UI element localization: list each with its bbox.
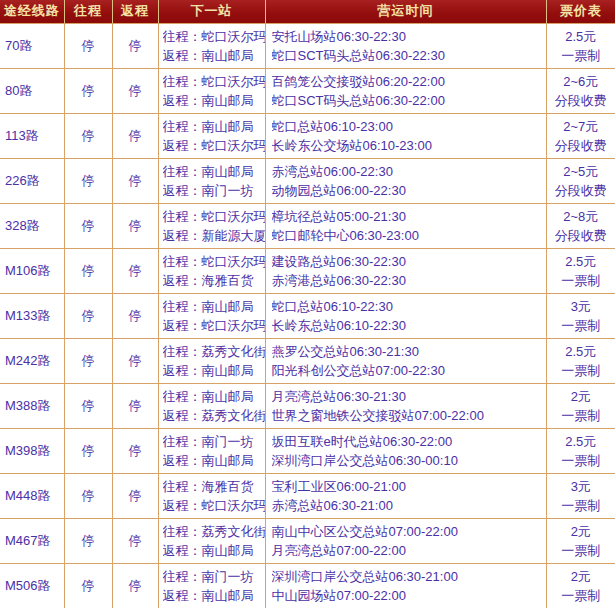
- table-row: M133路 停 停 往程：南山邮局 返程：蛇口沃尔玛 蛇口总站06:10-22:…: [0, 293, 615, 338]
- next-stop-outbound: 往程：南山邮局: [163, 297, 265, 316]
- fare-cell: 2元 一票制: [546, 518, 615, 563]
- operation-time-line2: 深圳湾口岸公交总站06:30-00:10: [272, 451, 546, 470]
- operation-time-cell: 月亮湾总站06:30-21:30 世界之窗地铁公交接驳站07:00-22:00: [265, 383, 546, 428]
- fare-amount: 3元: [547, 297, 615, 316]
- operation-time-cell: 南山中心区公交总站07:00-22:00 月亮湾总站07:00-22:00: [265, 518, 546, 563]
- table-row: M242路 停 停 往程：荔秀文化街 返程：南山邮局 燕罗公交总站06:30-2…: [0, 338, 615, 383]
- return-status-cell: 停: [112, 338, 158, 383]
- return-status-cell: 停: [112, 518, 158, 563]
- outbound-status-cell: 停: [64, 158, 112, 203]
- table-row: M506路 停 停 往程：南门一坊 返程：南山邮局 深圳湾口岸公交总站06:30…: [0, 563, 615, 608]
- operation-time-line1: 深圳湾口岸公交总站06:30-21:00: [272, 567, 546, 586]
- next-stop-cell: 往程：蛇口沃尔玛 返程：新能源大厦: [158, 203, 265, 248]
- route-cell: 70路: [0, 23, 64, 68]
- next-stop-return: 返程：海雅百货: [163, 271, 265, 290]
- operation-time-cell: 蛇口总站06:10-22:30 长岭东总站06:10-22:30: [265, 293, 546, 338]
- next-stop-outbound: 往程：南门一坊: [163, 432, 265, 451]
- return-status-cell: 停: [112, 293, 158, 338]
- operation-time-line2: 长岭东总站06:10-22:30: [272, 316, 546, 335]
- fare-amount: 2.5元: [547, 27, 615, 46]
- fare-amount: 3元: [547, 477, 615, 496]
- route-cell: M388路: [0, 383, 64, 428]
- fare-amount: 2.5元: [547, 342, 615, 361]
- fare-cell: 2~8元 分段收费: [546, 203, 615, 248]
- next-stop-cell: 往程：荔秀文化街 返程：南山邮局: [158, 518, 265, 563]
- table-row: M448路 停 停 往程：海雅百货 返程：蛇口沃尔玛 宝利工业区06:00-21…: [0, 473, 615, 518]
- fare-type: 分段收费: [547, 91, 615, 110]
- next-stop-cell: 往程：蛇口沃尔玛 返程：南山邮局: [158, 68, 265, 113]
- next-stop-cell: 往程：南山邮局 返程：荔秀文化街: [158, 383, 265, 428]
- operation-time-line2: 蛇口SCT码头总站06:30-22:30: [272, 46, 546, 65]
- fare-type: 一票制: [547, 496, 615, 515]
- operation-time-line2: 赤湾港总站06:30-22:30: [272, 271, 546, 290]
- operation-time-line1: 宝利工业区06:00-21:00: [272, 477, 546, 496]
- return-status-cell: 停: [112, 203, 158, 248]
- fare-cell: 2~7元 分段收费: [546, 113, 615, 158]
- next-stop-return: 返程：荔秀文化街: [163, 406, 265, 425]
- fare-cell: 2.5元 一票制: [546, 248, 615, 293]
- column-header-route: 途经线路: [0, 0, 64, 23]
- table-row: 226路 停 停 往程：南山邮局 返程：南门一坊 赤湾总站06:00-22:30…: [0, 158, 615, 203]
- fare-type: 一票制: [547, 316, 615, 335]
- operation-time-cell: 樟坑径总站05:00-21:30 蛇口邮轮中心06:30-23:00: [265, 203, 546, 248]
- outbound-status-cell: 停: [64, 293, 112, 338]
- route-cell: M106路: [0, 248, 64, 293]
- table-row: M398路 停 停 往程：南门一坊 返程：南山邮局 坂田互联e时代总站06:30…: [0, 428, 615, 473]
- next-stop-outbound: 往程：蛇口沃尔玛: [163, 72, 265, 91]
- fare-type: 分段收费: [547, 136, 615, 155]
- next-stop-return: 返程：南山邮局: [163, 361, 265, 380]
- operation-time-cell: 百鸽笼公交接驳站06:20-22:00 蛇口SCT码头总站06:30-22:00: [265, 68, 546, 113]
- table-row: 328路 停 停 往程：蛇口沃尔玛 返程：新能源大厦 樟坑径总站05:00-21…: [0, 203, 615, 248]
- return-status-cell: 停: [112, 383, 158, 428]
- operation-time-cell: 蛇口总站06:10-23:00 长岭东公交场站06:10-23:00: [265, 113, 546, 158]
- operation-time-line1: 赤湾总站06:00-22:30: [272, 162, 546, 181]
- next-stop-cell: 往程：海雅百货 返程：蛇口沃尔玛: [158, 473, 265, 518]
- column-header-outbound: 往程: [64, 0, 112, 23]
- next-stop-cell: 往程：荔秀文化街 返程：南山邮局: [158, 338, 265, 383]
- next-stop-return: 返程：蛇口沃尔玛: [163, 316, 265, 335]
- outbound-status-cell: 停: [64, 563, 112, 608]
- fare-type: 一票制: [547, 541, 615, 560]
- next-stop-return: 返程：南山邮局: [163, 586, 265, 605]
- next-stop-cell: 往程：南山邮局 返程：蛇口沃尔玛: [158, 293, 265, 338]
- fare-amount: 2元: [547, 522, 615, 541]
- operation-time-cell: 宝利工业区06:00-21:00 赤湾总站06:30-21:00: [265, 473, 546, 518]
- next-stop-cell: 往程：南山邮局 返程：南门一坊: [158, 158, 265, 203]
- next-stop-outbound: 往程：南山邮局: [163, 162, 265, 181]
- outbound-status-cell: 停: [64, 23, 112, 68]
- operation-time-line1: 建设路总站06:30-22:30: [272, 252, 546, 271]
- table-row: M467路 停 停 往程：荔秀文化街 返程：南山邮局 南山中心区公交总站07:0…: [0, 518, 615, 563]
- return-status-cell: 停: [112, 113, 158, 158]
- fare-amount: 2.5元: [547, 252, 615, 271]
- operation-time-line2: 赤湾总站06:30-21:00: [272, 496, 546, 515]
- operation-time-line2: 动物园总站06:00-22:30: [272, 181, 546, 200]
- outbound-status-cell: 停: [64, 383, 112, 428]
- operation-time-cell: 建设路总站06:30-22:30 赤湾港总站06:30-22:30: [265, 248, 546, 293]
- fare-cell: 2.5元 一票制: [546, 23, 615, 68]
- table-header: 途经线路 往程 返程 下一站 营运时间 票价表: [0, 0, 615, 23]
- route-cell: 113路: [0, 113, 64, 158]
- fare-cell: 2.5元 一票制: [546, 338, 615, 383]
- route-cell: M398路: [0, 428, 64, 473]
- return-status-cell: 停: [112, 473, 158, 518]
- next-stop-outbound: 往程：蛇口沃尔玛: [163, 207, 265, 226]
- return-status-cell: 停: [112, 563, 158, 608]
- table-row: 80路 停 停 往程：蛇口沃尔玛 返程：南山邮局 百鸽笼公交接驳站06:20-2…: [0, 68, 615, 113]
- operation-time-line2: 长岭东公交场站06:10-23:00: [272, 136, 546, 155]
- outbound-status-cell: 停: [64, 473, 112, 518]
- fare-amount: 2元: [547, 567, 615, 586]
- next-stop-outbound: 往程：荔秀文化街: [163, 522, 265, 541]
- outbound-status-cell: 停: [64, 203, 112, 248]
- operation-time-cell: 坂田互联e时代总站06:30-22:00 深圳湾口岸公交总站06:30-00:1…: [265, 428, 546, 473]
- next-stop-cell: 往程：南门一坊 返程：南山邮局: [158, 563, 265, 608]
- next-stop-return: 返程：新能源大厦: [163, 226, 265, 245]
- return-status-cell: 停: [112, 248, 158, 293]
- next-stop-return: 返程：南山邮局: [163, 451, 265, 470]
- fare-type: 一票制: [547, 406, 615, 425]
- next-stop-return: 返程：南门一坊: [163, 181, 265, 200]
- column-header-operation-time: 营运时间: [265, 0, 546, 23]
- fare-type: 一票制: [547, 361, 615, 380]
- fare-amount: 2~6元: [547, 72, 615, 91]
- operation-time-line1: 樟坑径总站05:00-21:30: [272, 207, 546, 226]
- table-row: M106路 停 停 往程：蛇口沃尔玛 返程：海雅百货 建设路总站06:30-22…: [0, 248, 615, 293]
